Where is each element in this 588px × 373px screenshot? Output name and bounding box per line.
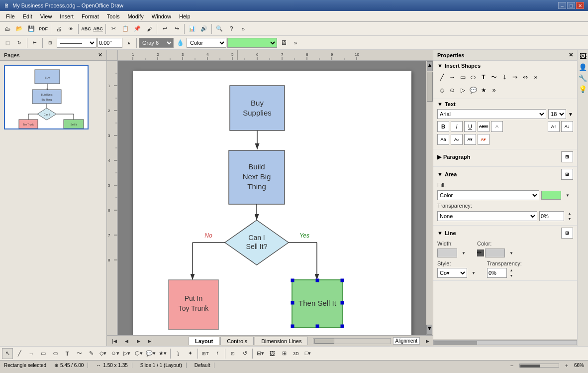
insert-shapes-title[interactable]: ▼ Insert Shapes bbox=[437, 63, 573, 69]
strikethrough-button[interactable]: ABC bbox=[478, 121, 490, 132]
line-color-swatch[interactable] bbox=[485, 249, 505, 257]
copy-button[interactable]: 📋 bbox=[120, 23, 131, 34]
last-tab-btn[interactable]: ▶| bbox=[145, 336, 156, 347]
page-1-thumbnail[interactable]: Buy Build Next Big Thing Can I bbox=[4, 65, 89, 129]
prop-scrollbar-thumb[interactable] bbox=[434, 341, 477, 345]
side-icon-4[interactable]: 💡 bbox=[579, 85, 588, 94]
fill-color-dropdown[interactable]: ▼ bbox=[562, 190, 573, 201]
more-shapes-btn[interactable]: » bbox=[531, 73, 540, 82]
paste-button[interactable]: 📌 bbox=[132, 23, 143, 34]
side-icon-1[interactable]: 🖼 bbox=[579, 52, 588, 61]
snap-button[interactable]: ⊞ bbox=[45, 37, 56, 48]
line-trans-up-btn[interactable]: ▲ bbox=[508, 267, 515, 272]
menu-window[interactable]: Window bbox=[148, 11, 175, 21]
line-shape-btn[interactable]: ╱ bbox=[437, 73, 446, 82]
arrow-shape-btn[interactable]: → bbox=[448, 73, 457, 82]
shadow-toggle-btn[interactable]: □▾ bbox=[302, 348, 313, 359]
fill-color-swatch[interactable] bbox=[541, 191, 561, 200]
toggle-extrusion-btn[interactable]: 3D bbox=[291, 348, 301, 359]
callout-btn[interactable]: 💬 bbox=[469, 86, 478, 95]
zoom-slider[interactable] bbox=[519, 364, 559, 368]
horizontal-scrollbar[interactable] bbox=[313, 338, 391, 344]
line-draw-btn[interactable]: ╱ bbox=[14, 348, 25, 359]
line-trans-down-btn[interactable]: ▼ bbox=[508, 273, 515, 278]
crop-btn[interactable]: ⊡ bbox=[227, 348, 238, 359]
media-button[interactable]: 🔊 bbox=[198, 23, 209, 34]
scrollbar-up-btn[interactable]: ▲ bbox=[427, 61, 433, 71]
prop-close-icon[interactable]: ✕ bbox=[569, 52, 573, 58]
position-x-input[interactable] bbox=[98, 38, 122, 48]
cut-button[interactable]: ✂ bbox=[108, 23, 119, 34]
vertical-scrollbar[interactable]: ▲ ▼ bbox=[426, 61, 433, 335]
position-spin-up[interactable]: ▲ bbox=[123, 37, 134, 48]
scrollbar-down-btn[interactable]: ▼ bbox=[426, 325, 432, 335]
open-button[interactable]: 📂 bbox=[14, 23, 25, 34]
font-size-select[interactable]: 18 bbox=[548, 109, 566, 119]
text-section-title[interactable]: ▼ Text bbox=[437, 101, 573, 107]
tab-stop-button[interactable]: ⊢ bbox=[29, 37, 40, 48]
preview-button[interactable]: 👁 bbox=[65, 23, 76, 34]
rect-shape-btn[interactable]: ▭ bbox=[458, 73, 467, 82]
arrow-draw-btn[interactable]: → bbox=[26, 348, 37, 359]
area-options-btn[interactable]: ⊞ bbox=[561, 169, 573, 180]
tab-controls[interactable]: Controls bbox=[220, 337, 254, 345]
color-style-select[interactable]: Gray 6 bbox=[139, 38, 174, 48]
text-draw-btn[interactable]: T bbox=[62, 348, 73, 359]
dbl-arrow-shape-btn[interactable]: ⇔ bbox=[521, 73, 530, 82]
glue-point-btn[interactable]: ✦ bbox=[185, 348, 196, 359]
more-button[interactable]: » bbox=[238, 23, 249, 34]
menu-view[interactable]: View bbox=[36, 11, 56, 21]
zoom-button[interactable]: 🔍 bbox=[214, 23, 225, 34]
star-shape-btn[interactable]: ★ bbox=[479, 86, 488, 95]
tab-layout[interactable]: Layout bbox=[189, 337, 219, 345]
ellipse-draw-btn[interactable]: ⬭ bbox=[50, 348, 61, 359]
table-btn[interactable]: ⊞ bbox=[279, 348, 290, 359]
font-effect-btn1[interactable]: Aa bbox=[437, 134, 449, 145]
freeform-btn[interactable]: ✎ bbox=[86, 348, 97, 359]
line-section-title[interactable]: ▼ Line ⊞ bbox=[437, 228, 573, 239]
fill-type-select[interactable]: Color bbox=[437, 190, 539, 200]
transparency-down-btn[interactable]: ▼ bbox=[566, 216, 573, 221]
insert-text-btn[interactable]: ⊞T bbox=[200, 348, 211, 359]
side-icon-3[interactable]: 🔧 bbox=[579, 74, 588, 83]
select-mode-button[interactable]: ⬚ bbox=[2, 37, 13, 48]
line-style-dropdown[interactable]: ▼ bbox=[468, 267, 479, 278]
print-button[interactable]: 🖨 bbox=[53, 23, 64, 34]
side-icon-2[interactable]: 👤 bbox=[579, 63, 588, 72]
hscrollbar-thumb[interactable] bbox=[314, 339, 334, 344]
font-effect-btn2[interactable]: Aa bbox=[451, 134, 463, 145]
font-highlight-btn[interactable]: A▾ bbox=[464, 134, 476, 145]
canvas-inner[interactable]: Buy Supplies Build Next Big Thing bbox=[118, 61, 433, 335]
pdf-button[interactable]: PDF bbox=[38, 23, 49, 34]
prev-tab-btn[interactable]: ◀ bbox=[121, 336, 132, 347]
font-name-select[interactable]: Arial bbox=[437, 109, 546, 119]
maximize-button[interactable]: □ bbox=[567, 2, 575, 9]
view-layout-btn[interactable]: ⊞▾ bbox=[255, 348, 266, 359]
bigger-font-btn[interactable]: A↑ bbox=[548, 121, 560, 132]
curve-draw-btn[interactable]: 〜 bbox=[74, 348, 85, 359]
smiley-shape-btn[interactable]: ☺ bbox=[448, 86, 457, 95]
rect-draw-btn[interactable]: ▭ bbox=[38, 348, 49, 359]
menu-format[interactable]: Format bbox=[78, 11, 103, 21]
callouts-btn[interactable]: 💬▾ bbox=[145, 348, 156, 359]
connector-btn[interactable]: ⤵ bbox=[173, 348, 184, 359]
diamond-shape-btn[interactable]: ◇ bbox=[437, 86, 446, 95]
fill-color-select[interactable] bbox=[227, 38, 277, 48]
arrow2-shape-btn[interactable]: ⇒ bbox=[510, 73, 519, 82]
more2-button[interactable]: » bbox=[290, 37, 301, 48]
italic-button[interactable]: I bbox=[451, 121, 463, 132]
save-button[interactable]: 💾 bbox=[26, 23, 37, 34]
zoom-out-btn[interactable]: − bbox=[506, 360, 517, 371]
underline-button[interactable]: U bbox=[464, 121, 476, 132]
rotate-left-btn[interactable]: ↺ bbox=[239, 348, 250, 359]
fontwork-btn[interactable]: f bbox=[212, 348, 223, 359]
zoom-in-btn[interactable]: + bbox=[561, 360, 572, 371]
format-paintbrush[interactable]: 🖌 bbox=[144, 23, 155, 34]
line-width-swatch[interactable] bbox=[437, 249, 457, 257]
scrollbar-thumb[interactable] bbox=[427, 72, 433, 102]
line-color-dropdown[interactable]: ▼ bbox=[506, 248, 517, 258]
rotate-button[interactable]: ↻ bbox=[14, 37, 25, 48]
spellcheck-button[interactable]: ABC bbox=[81, 23, 92, 34]
menu-edit[interactable]: Edit bbox=[19, 11, 36, 21]
insert-from-file-btn[interactable]: 🖼 bbox=[267, 348, 278, 359]
